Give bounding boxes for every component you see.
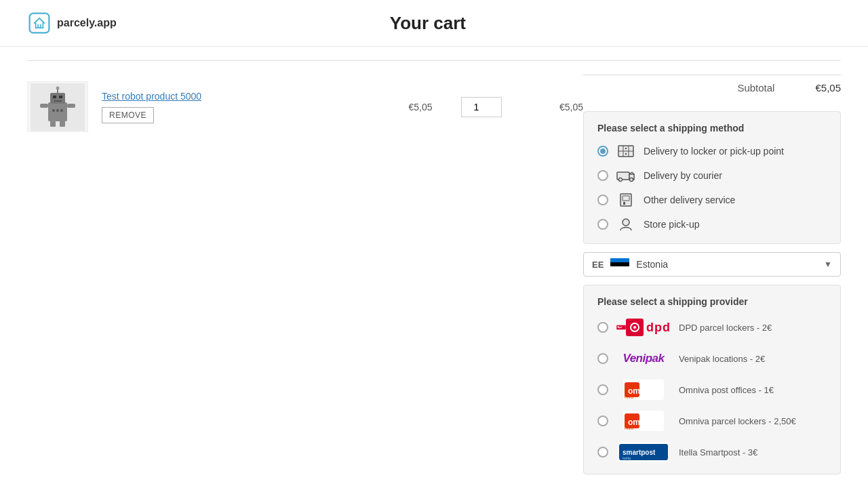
svg-rect-14 — [67, 104, 75, 108]
country-select[interactable]: EE Estonia ▼ — [583, 252, 841, 277]
other-delivery-label: Other delivery service — [644, 195, 735, 205]
shipping-provider-box: Please select a shipping provider dpd — [583, 285, 841, 474]
cart-summary: Subtotal €5,05 — [583, 75, 841, 100]
main-content: Test robot product 5000 REMOVE €5,05 €5,… — [0, 47, 868, 488]
svg-rect-32 — [610, 262, 629, 266]
product-unit-price: €5,05 — [380, 102, 461, 113]
product-info: Test robot product 5000 REMOVE — [88, 91, 380, 123]
courier-icon — [616, 167, 635, 184]
logo-icon — [27, 11, 52, 35]
svg-rect-13 — [40, 104, 48, 108]
radio-venipak[interactable] — [597, 353, 608, 364]
svg-point-30 — [623, 219, 629, 226]
content-area: Test robot product 5000 REMOVE €5,05 €5,… — [27, 75, 841, 488]
other-delivery-icon — [616, 192, 635, 208]
venipak-logo: Venipak — [616, 348, 671, 369]
omniva-post-label: Omniva post offices - 1€ — [679, 385, 774, 395]
radio-dpd[interactable] — [597, 322, 608, 333]
omniva-logo-img: om niva — [623, 380, 664, 400]
svg-rect-6 — [53, 96, 56, 98]
provider-venipak[interactable]: Venipak Venipak locations - 2€ — [597, 348, 827, 369]
svg-point-17 — [60, 109, 63, 112]
dpd-logo: dpd dpd — [616, 317, 671, 338]
svg-rect-31 — [610, 258, 629, 262]
product-thumbnail — [31, 83, 85, 131]
logo-text: parcely.app — [57, 17, 117, 29]
svg-text:smartpost: smartpost — [623, 449, 656, 456]
svg-rect-33 — [610, 266, 629, 270]
svg-point-22 — [625, 148, 627, 149]
page-title: Your cart — [117, 13, 739, 34]
radio-locker[interactable] — [597, 146, 608, 157]
svg-text:niva: niva — [625, 426, 633, 430]
store-icon — [616, 216, 635, 232]
footer-buttons: CONTINUE SHOPPING UPDATE CHECK OUT — [583, 485, 841, 488]
radio-omniva-parcel[interactable] — [597, 415, 608, 426]
shipping-method-title: Please select a shipping method — [597, 123, 827, 134]
subtotal-value: €5,05 — [815, 82, 841, 94]
shipping-method-box: Please select a shipping method — [583, 111, 841, 244]
shipping-option-other[interactable]: Other delivery service — [597, 192, 827, 208]
provider-omniva-post[interactable]: om niva Omniva post offices - 1€ — [597, 379, 827, 401]
radio-other[interactable] — [597, 195, 608, 205]
left-panel: Test robot product 5000 REMOVE €5,05 €5,… — [27, 75, 583, 488]
chevron-down-icon: ▼ — [824, 260, 832, 269]
header: parcely.app Your cart — [0, 0, 868, 47]
logo[interactable]: parcely.app — [27, 11, 117, 35]
venipak-label: Venipak locations - 2€ — [679, 354, 765, 364]
provider-title: Please select a shipping provider — [597, 296, 827, 307]
smartpost-logo: smartpost itella — [616, 441, 671, 463]
svg-point-38 — [633, 326, 636, 329]
flag-estonia — [610, 258, 629, 270]
subtotal-label: Subtotal — [737, 82, 774, 94]
country-code: EE — [592, 260, 604, 270]
shipping-option-store[interactable]: Store pick-up — [597, 216, 827, 232]
radio-omniva-post[interactable] — [597, 384, 608, 395]
svg-rect-11 — [50, 121, 56, 127]
svg-rect-8 — [54, 100, 62, 102]
radio-courier[interactable] — [597, 170, 608, 181]
svg-rect-29 — [623, 202, 625, 205]
product-total-price: €5,05 — [502, 102, 583, 113]
provider-smartpost[interactable]: smartpost itella Itella Smartpost - 3€ — [597, 441, 827, 463]
svg-point-36 — [617, 326, 618, 327]
courier-label: Delivery by courier — [644, 170, 722, 181]
smartpost-label: Itella Smartpost - 3€ — [679, 447, 757, 458]
product-name[interactable]: Test robot product 5000 — [102, 91, 380, 102]
product-image — [27, 81, 88, 132]
svg-rect-7 — [59, 96, 62, 98]
shipping-section: Please select a shipping method — [583, 111, 841, 488]
locker-label: Delivery to locker or pick-up point — [644, 146, 784, 157]
right-panel: Subtotal €5,05 Please select a shipping … — [583, 75, 841, 488]
svg-point-16 — [56, 109, 59, 112]
radio-smartpost[interactable] — [597, 447, 608, 458]
svg-text:niva: niva — [625, 394, 633, 399]
dpd-label: DPD parcel lockers - 2€ — [679, 323, 772, 333]
svg-point-15 — [52, 109, 55, 112]
quantity-input[interactable] — [461, 97, 502, 117]
svg-rect-0 — [30, 14, 50, 33]
cart-divider — [27, 60, 841, 61]
radio-store[interactable] — [597, 219, 608, 230]
omniva-parcel-label: Omniva parcel lockers - 2,50€ — [679, 416, 796, 426]
country-name: Estonia — [636, 259, 817, 270]
omniva-parcel-logo-img: om niva — [623, 411, 664, 431]
svg-point-10 — [56, 86, 60, 89]
svg-point-26 — [630, 178, 633, 182]
svg-rect-5 — [50, 93, 65, 104]
remove-button[interactable]: REMOVE — [102, 107, 154, 123]
locker-icon — [616, 143, 635, 159]
omniva-post-logo: om niva — [616, 379, 671, 401]
svg-text:itella: itella — [623, 456, 631, 460]
shipping-option-locker[interactable]: Delivery to locker or pick-up point — [597, 143, 827, 159]
subtotal-row: Subtotal €5,05 — [737, 82, 841, 94]
dpd-logo-img: dpd — [616, 318, 626, 337]
smartpost-logo-img: smartpost itella — [618, 442, 669, 462]
svg-rect-12 — [60, 121, 65, 127]
store-label: Store pick-up — [644, 219, 699, 230]
shipping-option-courier[interactable]: Delivery by courier — [597, 167, 827, 184]
provider-dpd[interactable]: dpd dpd DPD — [597, 317, 827, 338]
provider-omniva-parcel[interactable]: om niva Omniva parcel lockers - 2,50€ — [597, 410, 827, 432]
svg-point-25 — [619, 178, 623, 182]
svg-point-23 — [625, 153, 627, 155]
